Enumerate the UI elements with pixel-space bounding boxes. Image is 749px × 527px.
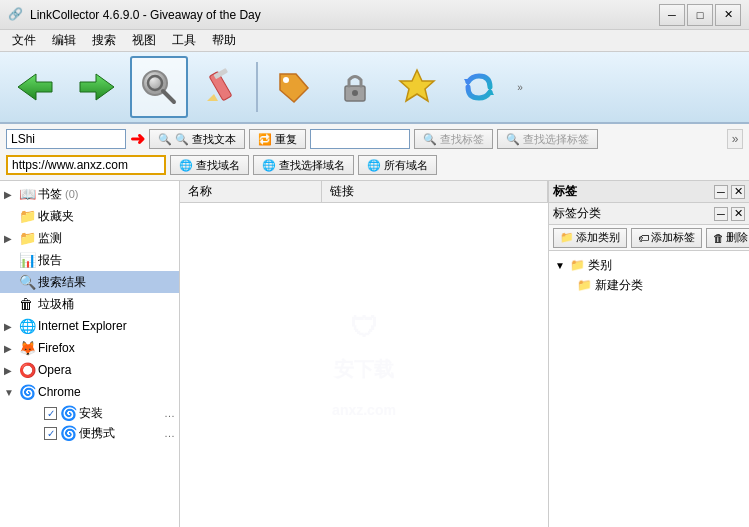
lock-button[interactable] <box>326 56 384 118</box>
sidebar-item-ie[interactable]: ▶ 🌐 Internet Explorer <box>0 315 179 337</box>
svg-marker-11 <box>400 70 434 101</box>
menu-search[interactable]: 搜索 <box>84 30 124 51</box>
back-icon <box>14 66 56 108</box>
sidebar-label-chrome: Chrome <box>38 385 81 399</box>
trash-icon: 🗑 <box>19 296 35 312</box>
delete-tag-button[interactable]: 🗑 删除 <box>706 228 749 248</box>
sidebar-item-reports[interactable]: 📊 报告 <box>0 249 179 271</box>
sidebar-item-chrome-install[interactable]: 🌀 安装 … <box>0 403 179 423</box>
favorites-icon: 📁 <box>19 208 35 224</box>
sidebar-label-firefox: Firefox <box>38 341 75 355</box>
search-results-icon: 🔍 <box>19 274 35 290</box>
svg-marker-0 <box>18 74 52 100</box>
url-input[interactable] <box>6 155 166 175</box>
chrome-portable-checkbox[interactable] <box>44 427 57 440</box>
tags-subcategory-title: 标签分类 <box>553 205 601 222</box>
add-category-button[interactable]: 📁 添加类别 <box>553 228 627 248</box>
link-column-header: 链接 <box>322 181 548 202</box>
folder-icon-sub: 📁 <box>577 278 592 292</box>
svg-marker-1 <box>80 74 114 100</box>
menu-file[interactable]: 文件 <box>4 30 44 51</box>
sidebar-label-chrome-portable: 便携式 <box>79 425 115 442</box>
sidebar-item-monitor[interactable]: ▶ 📁 监测 <box>0 227 179 249</box>
chrome-install-more[interactable]: … <box>164 407 175 419</box>
edit-button[interactable] <box>192 56 250 118</box>
search-expand-button[interactable]: » <box>727 129 743 149</box>
back-button[interactable] <box>6 56 64 118</box>
menu-help[interactable]: 帮助 <box>204 30 244 51</box>
menu-edit[interactable]: 编辑 <box>44 30 84 51</box>
menu-bar: 文件 编辑 搜索 视图 工具 帮助 <box>0 30 749 52</box>
expand-arrow: ▶ <box>4 189 16 200</box>
sidebar-item-bookmarks[interactable]: ▶ 📖 书签 (0) <box>0 183 179 205</box>
sidebar-item-favorites[interactable]: 📁 收藏夹 <box>0 205 179 227</box>
bookmarks-count: (0) <box>65 188 78 200</box>
all-domains-button[interactable]: 🌐 所有域名 <box>358 155 437 175</box>
toolbar-expand[interactable]: » <box>512 56 528 118</box>
repeat-button[interactable]: 🔁 重复 <box>249 129 306 149</box>
arrow-indicator: ➜ <box>130 128 145 150</box>
find-text-input[interactable] <box>6 129 126 149</box>
forward-button[interactable] <box>68 56 126 118</box>
ie-icon: 🌐 <box>19 318 35 334</box>
tags-close-button[interactable]: ✕ <box>731 185 745 199</box>
sidebar-label-reports: 报告 <box>38 252 62 269</box>
tags-float-button[interactable]: ─ <box>714 185 728 199</box>
tags-header: 标签 ─ ✕ <box>549 181 749 203</box>
svg-marker-13 <box>486 88 494 95</box>
watermark: 🛡 安下载 anxz.com <box>332 308 396 426</box>
close-button[interactable]: ✕ <box>715 4 741 26</box>
tags-tree: ▼ 📁 类别 📁 新建分类 <box>549 251 749 527</box>
find-selected-tag-button[interactable]: 🔍 查找选择标签 <box>497 129 598 149</box>
tags-toolbar: 📁 添加类别 🏷 添加标签 🗑 删除 <box>549 225 749 251</box>
name-column-header: 名称 <box>180 181 322 202</box>
find-selected-domain-button[interactable]: 🌐 查找选择域名 <box>253 155 354 175</box>
toolbar-separator-1 <box>256 62 258 112</box>
svg-point-10 <box>352 90 358 96</box>
title-bar: 🔗 LinkCollector 4.6.9.0 - Giveaway of th… <box>0 0 749 30</box>
sidebar-item-trash[interactable]: 🗑 垃圾桶 <box>0 293 179 315</box>
find-tag-button[interactable]: 🔍 查找标签 <box>414 129 493 149</box>
find-text-button[interactable]: 🔍 🔍 查找文本 <box>149 129 245 149</box>
opera-icon: ⭕ <box>19 362 35 378</box>
bookmarks-icon: 📖 <box>19 186 35 202</box>
tags-sub-float-button[interactable]: ─ <box>714 207 728 221</box>
reports-icon: 📊 <box>19 252 35 268</box>
add-tag-button[interactable]: 🏷 添加标签 <box>631 228 702 248</box>
tag-button[interactable] <box>264 56 322 118</box>
expand-arrow: ▶ <box>4 233 16 244</box>
find-button[interactable] <box>130 56 188 118</box>
repeat-text-input[interactable] <box>310 129 410 149</box>
expand-arrow: ▼ <box>4 387 16 398</box>
chrome-install-checkbox[interactable] <box>44 407 57 420</box>
tags-tree-categories[interactable]: ▼ 📁 类别 <box>553 255 745 275</box>
minimize-button[interactable]: ─ <box>659 4 685 26</box>
tags-tree-new-category[interactable]: 📁 新建分类 <box>553 275 745 295</box>
sidebar-item-opera[interactable]: ▶ ⭕ Opera <box>0 359 179 381</box>
app-icon: 🔗 <box>8 7 24 23</box>
sidebar-item-firefox[interactable]: ▶ 🦊 Firefox <box>0 337 179 359</box>
search-area: ➜ 🔍 🔍 查找文本 🔁 重复 🔍 查找标签 🔍 查找选择标签 » 🌐 查找域名… <box>0 124 749 181</box>
menu-tools[interactable]: 工具 <box>164 30 204 51</box>
svg-line-4 <box>163 91 174 102</box>
svg-marker-6 <box>207 94 218 101</box>
find-domain-button[interactable]: 🌐 查找域名 <box>170 155 249 175</box>
magnify-icon <box>138 66 180 108</box>
sidebar-item-chrome[interactable]: ▼ 🌀 Chrome <box>0 381 179 403</box>
sidebar-item-search-results[interactable]: 🔍 搜索结果 <box>0 271 179 293</box>
center-content: 🛡 安下载 anxz.com <box>180 203 548 527</box>
maximize-button[interactable]: □ <box>687 4 713 26</box>
chrome-portable-more[interactable]: … <box>164 427 175 439</box>
sidebar-label-bookmarks: 书签 <box>38 186 62 203</box>
star-icon <box>396 66 438 108</box>
star-button[interactable] <box>388 56 446 118</box>
sidebar-item-chrome-portable[interactable]: 🌀 便携式 … <box>0 423 179 443</box>
tags-subheader: 标签分类 ─ ✕ <box>549 203 749 225</box>
search-icon-small: 🔍 <box>158 133 172 146</box>
sidebar-label-trash: 垃圾桶 <box>38 296 74 313</box>
menu-view[interactable]: 视图 <box>124 30 164 51</box>
refresh-button[interactable] <box>450 56 508 118</box>
firefox-icon: 🦊 <box>19 340 35 356</box>
tags-sub-close-button[interactable]: ✕ <box>731 207 745 221</box>
tree-expand-arrow: ▼ <box>555 260 567 271</box>
